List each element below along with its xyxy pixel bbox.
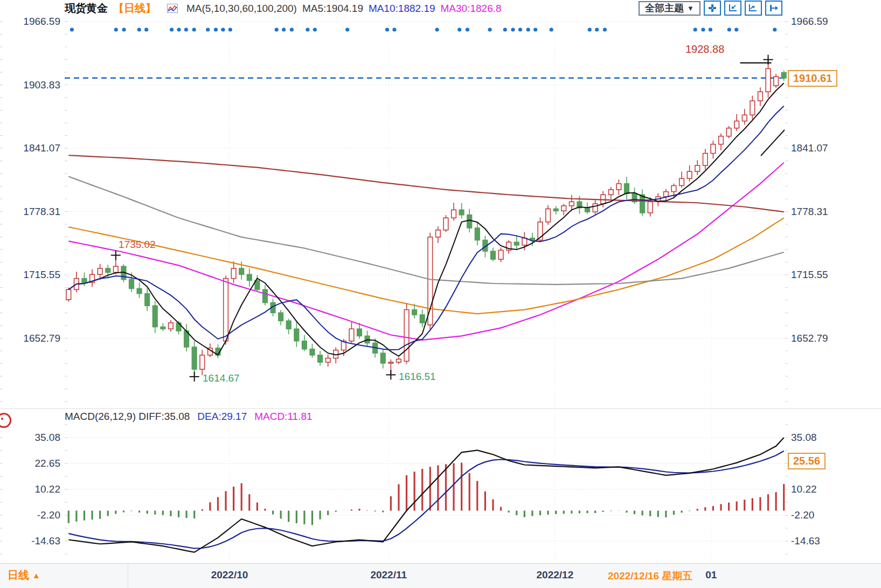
annotation-high-1928: 1928.88 <box>685 43 724 56</box>
price-axis-label-right: 1966.59 <box>791 16 828 27</box>
price-axis-label-right: 1715.55 <box>791 269 828 281</box>
macd-indicator-header: MACD(26,12,9) DIFF:35.08 DEA:29.17 MACD:… <box>65 411 313 423</box>
pan-right-button[interactable] <box>765 1 782 16</box>
macd-axis-label-right: 10.22 <box>791 483 817 495</box>
time-axis-label: 01 <box>705 569 717 581</box>
period-tag: 【日线】 <box>113 1 156 16</box>
macd-axis-label-left: 10.22 <box>2 483 60 495</box>
macd-axis-label-left: 35.08 <box>2 432 60 444</box>
chart-icon <box>167 4 178 13</box>
theme-dropdown[interactable]: 全部主题 ▼ <box>639 1 700 16</box>
dea-value-label: DEA:29.17 <box>197 411 247 423</box>
triangle-up-icon: ▲ <box>32 571 40 580</box>
trading-app-window: 现货黄金 【日线】 MA(5,10,30,60,100,200) MA5:190… <box>0 0 881 588</box>
last-price-box: 1910.61 <box>788 70 837 87</box>
annotation-low-1616: 1616.51 <box>399 371 436 383</box>
annotation-low-1614: 1614.67 <box>203 372 240 384</box>
chart-header: 现货黄金 【日线】 MA(5,10,30,60,100,200) MA5:190… <box>0 0 881 15</box>
ma5-value-label: MA5:1904.19 <box>302 3 363 15</box>
macd-axis-label-left: -2.20 <box>2 509 60 521</box>
macd-axis-label-right: 35.08 <box>791 432 817 444</box>
price-axis-label-left: 1715.55 <box>2 269 60 281</box>
macd-axis-label-right: -14.63 <box>791 535 820 547</box>
time-axis-label: 2022/10 <box>211 569 248 581</box>
chart-canvas[interactable] <box>0 0 881 588</box>
ma10-value-label: MA10:1882.19 <box>369 3 435 15</box>
chevron-down-icon: ▼ <box>687 2 694 15</box>
price-axis-label-left: 1966.59 <box>2 16 60 27</box>
zoom-out-x-button[interactable] <box>745 1 762 16</box>
price-axis-label-left: 1903.83 <box>2 79 60 91</box>
crosshair-move-button[interactable] <box>704 1 721 16</box>
axis-divider <box>128 564 128 588</box>
price-axis-label-left: 1652.79 <box>2 333 60 344</box>
time-axis-bar: 日线 ▲ 2022/12/16 星期五 2022/102022/112022/1… <box>0 563 881 588</box>
price-axis-label-left: 1778.31 <box>2 206 60 218</box>
macd-axis-label-right: -2.20 <box>791 509 814 521</box>
time-axis-label: 2022/11 <box>370 569 407 581</box>
macd-axis-label-left: 22.65 <box>2 458 60 469</box>
price-axis-label-right: 1841.07 <box>791 142 828 154</box>
period-selector-label: 日线 <box>8 568 29 583</box>
time-axis-label: 2022/12 <box>537 569 574 581</box>
price-axis-label-right: 1778.31 <box>791 206 828 218</box>
axis-arrow-left-icon <box>728 4 738 12</box>
macd-current-value-box: 25.56 <box>788 453 825 469</box>
axis-arrow-right-icon <box>748 4 758 12</box>
macd-params-diff-label: MACD(26,12,9) DIFF:35.08 <box>65 411 190 423</box>
annotation-high-1735: 1735.02 <box>119 239 156 251</box>
theme-dropdown-label: 全部主题 <box>645 2 684 15</box>
price-axis-label-right: 1652.79 <box>791 333 828 344</box>
zoom-in-x-button[interactable] <box>724 1 741 16</box>
ma-group-label: MA(5,10,30,60,100,200) <box>186 3 297 15</box>
arrow-exit-right-icon <box>769 4 779 12</box>
instrument-title: 现货黄金 <box>65 1 108 16</box>
macd-value-label: MACD:11.81 <box>254 411 312 423</box>
selected-date-label: 2022/12/16 星期五 <box>608 569 695 583</box>
macd-axis-label-left: -14.63 <box>2 535 60 547</box>
price-axis-label-left: 1841.07 <box>2 142 60 154</box>
ma30-value-label: MA30:1826.8 <box>441 3 502 15</box>
crosshair-icon <box>707 4 717 12</box>
period-selector[interactable]: 日线 ▲ <box>8 568 40 583</box>
